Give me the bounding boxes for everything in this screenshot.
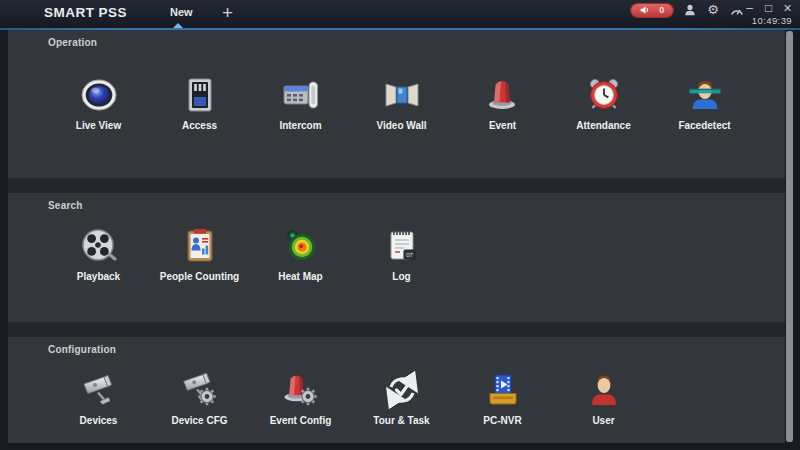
item-event-config[interactable]: Event Config <box>250 369 351 426</box>
close-icon[interactable]: × <box>781 1 794 15</box>
item-people-counting[interactable]: People Counting <box>149 225 250 282</box>
section-search: SearchPlaybackPeople CountingHeat Map07L… <box>8 193 785 322</box>
user-icon <box>584 369 624 411</box>
item-video-wall[interactable]: Video Wall <box>351 74 452 131</box>
section-label: Operation <box>48 37 785 48</box>
item-label: Event <box>489 120 516 131</box>
heat-map-icon <box>281 225 321 267</box>
maximize-icon[interactable]: □ <box>762 1 775 15</box>
titlebar-tools: 0 ⚙ <box>631 3 744 17</box>
home-panel: OperationLive ViewAccessIntercomVideo Wa… <box>8 30 785 443</box>
item-log[interactable]: 07Log <box>351 225 452 282</box>
attendance-icon <box>584 74 624 116</box>
add-tab-button[interactable]: + <box>222 0 233 26</box>
minimize-icon[interactable]: – <box>743 1 756 15</box>
alarm-count-badge: 0 <box>659 5 664 15</box>
titlebar: SMARTPSS New + 0 ⚙ – □ × 10:49:39 <box>0 0 800 28</box>
app-logo: SMARTPSS <box>44 5 127 20</box>
item-label: Log <box>392 271 410 282</box>
item-label: Playback <box>77 271 120 282</box>
scrollbar-thumb[interactable] <box>786 31 793 442</box>
vertical-scrollbar[interactable] <box>786 31 793 442</box>
window-controls: – □ × <box>743 1 794 15</box>
item-live-view[interactable]: Live View <box>48 74 149 131</box>
item-attendance[interactable]: Attendance <box>553 74 654 131</box>
performance-gauge-icon[interactable] <box>730 5 744 16</box>
item-label: Access <box>182 120 217 131</box>
playback-icon <box>79 225 119 267</box>
clock-time: 10:49:39 <box>752 15 792 26</box>
item-user[interactable]: User <box>553 369 654 426</box>
logo-pss: PSS <box>99 5 128 20</box>
svg-text:07: 07 <box>406 252 413 258</box>
item-pc-nvr[interactable]: PC-NVR <box>452 369 553 426</box>
item-tour-task[interactable]: Tour & Task <box>351 369 452 426</box>
item-intercom[interactable]: Intercom <box>250 74 351 131</box>
item-access[interactable]: Access <box>149 74 250 131</box>
tour-task-icon <box>382 369 422 411</box>
item-event[interactable]: Event <box>452 74 553 131</box>
section-items-row: PlaybackPeople CountingHeat Map07Log <box>48 225 785 282</box>
item-label: Live View <box>76 120 121 131</box>
item-label: Intercom <box>279 120 321 131</box>
settings-gear-icon[interactable]: ⚙ <box>707 3 719 17</box>
item-label: Attendance <box>576 120 630 131</box>
item-label: People Counting <box>160 271 239 282</box>
item-label: Video Wall <box>376 120 426 131</box>
live-view-icon <box>79 74 119 116</box>
item-label: User <box>592 415 614 426</box>
pc-nvr-icon <box>483 369 523 411</box>
user-account-icon[interactable] <box>684 4 696 16</box>
speaker-icon <box>640 5 651 15</box>
section-items-row: DevicesDevice CFGEvent ConfigTour & Task… <box>48 369 785 426</box>
item-playback[interactable]: Playback <box>48 225 149 282</box>
item-device-cfg[interactable]: Device CFG <box>149 369 250 426</box>
access-icon <box>180 74 220 116</box>
section-label: Search <box>48 200 785 211</box>
event-icon <box>483 74 523 116</box>
video-wall-icon <box>382 74 422 116</box>
item-facedetect[interactable]: Facedetect <box>654 74 755 131</box>
devices-icon <box>79 369 119 411</box>
alarm-sound-toggle[interactable]: 0 <box>631 4 673 17</box>
section-label: Configuration <box>48 344 785 355</box>
log-icon: 07 <box>382 225 422 267</box>
smartpss-window: SMARTPSS New + 0 ⚙ – □ × 10:49:39 <box>0 0 800 450</box>
section-configuration: ConfigurationDevicesDevice CFGEvent Conf… <box>8 337 785 443</box>
section-items-row: Live ViewAccessIntercomVideo WallEventAt… <box>48 74 785 131</box>
item-label: Event Config <box>270 415 332 426</box>
item-label: PC-NVR <box>483 415 521 426</box>
item-label: Device CFG <box>171 415 227 426</box>
tab-new[interactable]: New <box>165 6 198 18</box>
item-label: Devices <box>80 415 118 426</box>
item-heat-map[interactable]: Heat Map <box>250 225 351 282</box>
section-operation: OperationLive ViewAccessIntercomVideo Wa… <box>8 30 785 178</box>
logo-smart: SMART <box>44 5 95 20</box>
event-config-icon <box>281 369 321 411</box>
item-devices[interactable]: Devices <box>48 369 149 426</box>
device-cfg-icon <box>180 369 220 411</box>
item-label: Facedetect <box>678 120 730 131</box>
item-label: Tour & Task <box>373 415 429 426</box>
intercom-icon <box>281 74 321 116</box>
item-label: Heat Map <box>278 271 322 282</box>
facedetect-icon <box>685 74 725 116</box>
people-counting-icon <box>180 225 220 267</box>
